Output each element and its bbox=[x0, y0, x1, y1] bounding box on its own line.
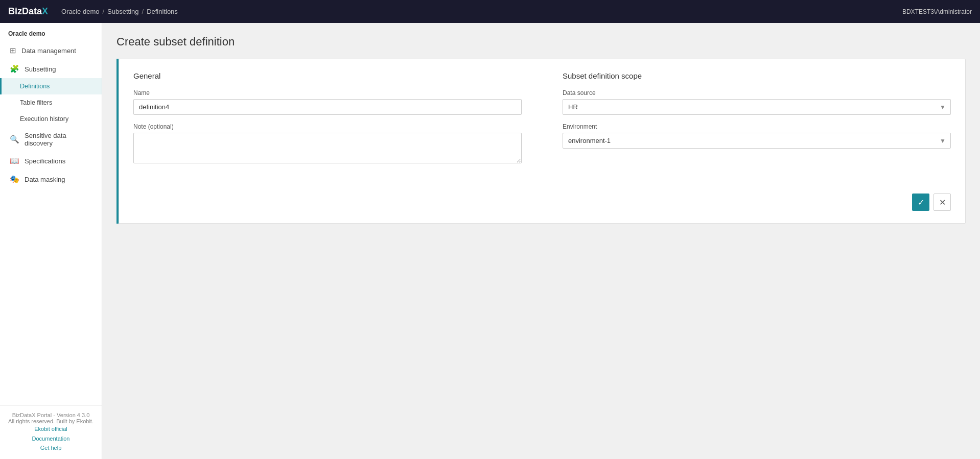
logo: BizDataX bbox=[8, 6, 48, 17]
brand-area: BizDataX Oracle demo / Subsetting / Defi… bbox=[8, 6, 178, 17]
name-group: Name bbox=[133, 89, 522, 115]
sep1: / bbox=[102, 8, 104, 15]
sensitive-data-icon: 🔍 bbox=[10, 135, 19, 144]
sidebar-label-data-masking: Data masking bbox=[25, 176, 65, 183]
cancel-button[interactable]: ✕ bbox=[934, 194, 951, 211]
sidebar-item-execution-history[interactable]: Execution history bbox=[0, 111, 102, 127]
name-input[interactable] bbox=[133, 99, 522, 115]
datasource-label: Data source bbox=[563, 89, 951, 96]
sidebar-footer: BizDataX Portal - Version 4.3.0 All righ… bbox=[0, 405, 102, 459]
form-actions: ✓ ✕ bbox=[133, 185, 951, 211]
form-card-wrapper: General Name Note (optional) Subset defi… bbox=[116, 59, 966, 224]
breadcrumb: Oracle demo / Subsetting / Definitions bbox=[61, 8, 178, 15]
footer-rights: All rights reserved. Built by Ekobit. bbox=[8, 418, 94, 424]
environment-group: Environment environment-1 environment-2 … bbox=[563, 123, 951, 149]
data-masking-icon: 🎭 bbox=[10, 175, 19, 184]
footer-link-docs[interactable]: Documentation bbox=[8, 434, 94, 444]
footer-version: BizDataX Portal - Version 4.3.0 bbox=[8, 412, 94, 418]
app-layout: Oracle demo ⊞ Data management 🧩 Subsetti… bbox=[0, 23, 980, 459]
sidebar-item-table-filters[interactable]: Table filters bbox=[0, 94, 102, 111]
confirm-checkmark-icon: ✓ bbox=[918, 198, 924, 207]
breadcrumb-oracle[interactable]: Oracle demo bbox=[61, 8, 99, 15]
sidebar-label-execution-history: Execution history bbox=[20, 115, 68, 123]
sidebar-item-data-management[interactable]: ⊞ Data management bbox=[0, 41, 102, 60]
confirm-button[interactable]: ✓ bbox=[912, 194, 929, 211]
navbar: BizDataX Oracle demo / Subsetting / Defi… bbox=[0, 0, 980, 23]
sidebar-project-title: Oracle demo bbox=[0, 23, 102, 41]
name-label: Name bbox=[133, 89, 522, 96]
sidebar-label-sensitive-data: Sensitive data discovery bbox=[25, 132, 94, 147]
note-label: Note (optional) bbox=[133, 123, 522, 130]
footer-link-help[interactable]: Get help bbox=[8, 443, 94, 453]
environment-label: Environment bbox=[563, 123, 951, 130]
form-card: General Name Note (optional) Subset defi… bbox=[119, 59, 966, 224]
data-management-icon: ⊞ bbox=[10, 46, 16, 55]
breadcrumb-definitions[interactable]: Definitions bbox=[147, 8, 178, 15]
logo-x: X bbox=[42, 6, 48, 16]
environment-select-wrapper: environment-1 environment-2 environment-… bbox=[563, 133, 951, 149]
cancel-x-icon: ✕ bbox=[939, 198, 946, 207]
subsetting-icon: 🧩 bbox=[10, 64, 19, 74]
form-layout: General Name Note (optional) Subset defi… bbox=[133, 71, 951, 173]
sidebar-item-definitions[interactable]: Definitions bbox=[0, 78, 102, 94]
note-textarea[interactable] bbox=[133, 133, 522, 163]
sidebar-label-table-filters: Table filters bbox=[20, 99, 52, 106]
sidebar-item-subsetting[interactable]: 🧩 Subsetting bbox=[0, 60, 102, 78]
breadcrumb-subsetting[interactable]: Subsetting bbox=[107, 8, 138, 15]
sidebar: Oracle demo ⊞ Data management 🧩 Subsetti… bbox=[0, 23, 102, 459]
specifications-icon: 📖 bbox=[10, 156, 19, 165]
note-group: Note (optional) bbox=[133, 123, 522, 165]
sidebar-label-specifications: Specifications bbox=[25, 157, 65, 165]
sidebar-item-data-masking[interactable]: 🎭 Data masking bbox=[0, 170, 102, 188]
main-content: Create subset definition General Name No… bbox=[102, 23, 980, 459]
sidebar-label-subsetting: Subsetting bbox=[25, 65, 56, 73]
environment-select[interactable]: environment-1 environment-2 environment-… bbox=[563, 133, 951, 149]
scope-section: Subset definition scope Data source HR O… bbox=[563, 71, 951, 173]
footer-link-ekobit[interactable]: Ekobit official bbox=[8, 424, 94, 434]
page-title: Create subset definition bbox=[116, 35, 966, 49]
sep2: / bbox=[142, 8, 144, 15]
sidebar-label-data-management: Data management bbox=[21, 47, 76, 55]
datasource-select-wrapper: HR ORACLE_DB TEST_DB ▼ bbox=[563, 99, 951, 115]
sidebar-item-sensitive-data[interactable]: 🔍 Sensitive data discovery bbox=[0, 127, 102, 152]
general-title: General bbox=[133, 71, 522, 80]
sidebar-item-specifications[interactable]: 📖 Specifications bbox=[0, 152, 102, 170]
general-section: General Name Note (optional) bbox=[133, 71, 522, 173]
datasource-group: Data source HR ORACLE_DB TEST_DB ▼ bbox=[563, 89, 951, 115]
sidebar-label-definitions: Definitions bbox=[20, 83, 50, 90]
datasource-select[interactable]: HR ORACLE_DB TEST_DB bbox=[563, 99, 951, 115]
user-info: BDXTEST3\Administrator bbox=[902, 8, 972, 15]
sidebar-top: Oracle demo ⊞ Data management 🧩 Subsetti… bbox=[0, 23, 102, 405]
scope-title: Subset definition scope bbox=[563, 71, 951, 80]
